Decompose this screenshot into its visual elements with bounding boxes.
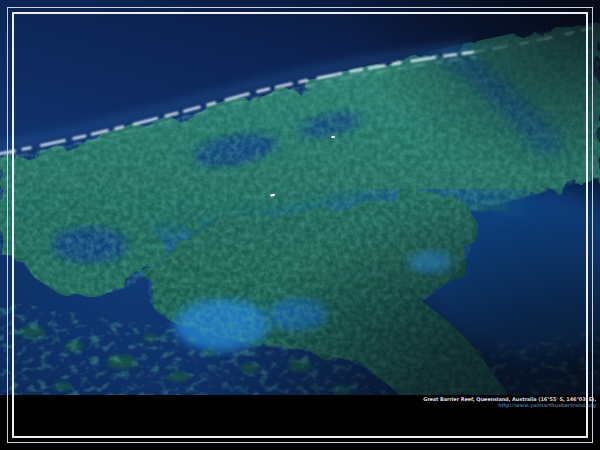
caption-url: http://www.yannarthusbertrand.org xyxy=(423,402,596,408)
caption-bar: Great Barrier Reef, Queensland, Australi… xyxy=(0,395,600,450)
reef-aerial-photo xyxy=(0,0,600,450)
photo-grain xyxy=(0,0,600,450)
caption-lines: Great Barrier Reef, Queensland, Australi… xyxy=(423,396,596,408)
wallpaper: Great Barrier Reef, Queensland, Australi… xyxy=(0,0,600,450)
